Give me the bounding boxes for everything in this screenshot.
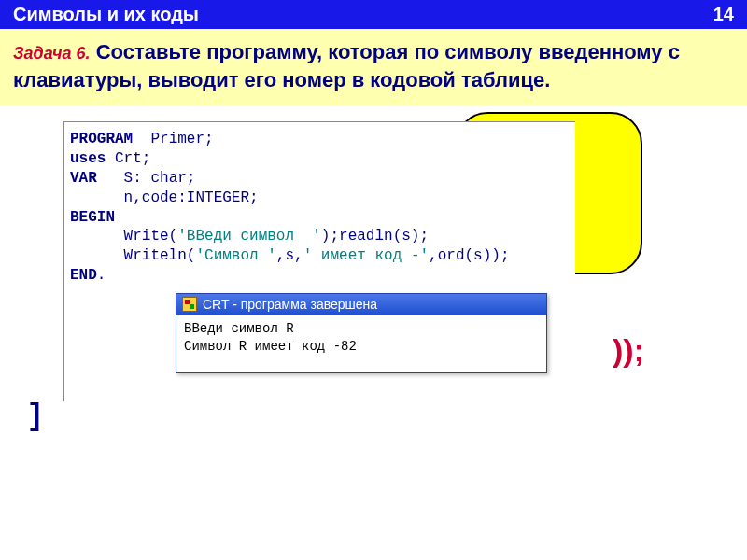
- code-line: BEGIN: [70, 208, 570, 228]
- underlay-code-fragment: ]: [30, 396, 40, 432]
- code-line: Write('ВВеди символ ');readln(s);: [70, 227, 570, 246]
- code-line: END.: [70, 266, 570, 286]
- crt-titlebar: CRT - программа завершена: [176, 294, 546, 315]
- code-line: Writeln('Символ ',s,' имеет код -',ord(s…: [70, 246, 570, 266]
- crt-window-title: CRT - программа завершена: [203, 297, 377, 312]
- crt-output-line: Символ R имеет код -82: [184, 338, 539, 356]
- main-area: ) ко х )); ] PROGRAM Primer; uses Crt; V…: [0, 106, 747, 508]
- crt-output-line: ВВеди символ R: [184, 320, 539, 338]
- app-icon: [182, 297, 197, 312]
- code-line: n,code:INTEGER;: [70, 189, 570, 208]
- slide-page-number: 14: [713, 4, 734, 25]
- underlay-code-fragment: ));: [613, 332, 644, 369]
- code-line: uses Crt;: [70, 149, 570, 169]
- task-text: Составьте программу, которая по символу …: [13, 40, 680, 91]
- task-block: Задача 6. Составьте программу, которая п…: [0, 29, 747, 106]
- slide-title: Символы и их коды: [13, 4, 199, 25]
- crt-output-body: ВВеди символ R Символ R имеет код -82: [176, 315, 546, 372]
- slide-header: Символы и их коды 14: [0, 0, 747, 29]
- task-label: Задача 6.: [13, 44, 91, 63]
- crt-output-window: CRT - программа завершена ВВеди символ R…: [176, 293, 547, 373]
- code-line: VAR S: char;: [70, 169, 570, 189]
- code-line: PROGRAM Primer;: [70, 130, 570, 149]
